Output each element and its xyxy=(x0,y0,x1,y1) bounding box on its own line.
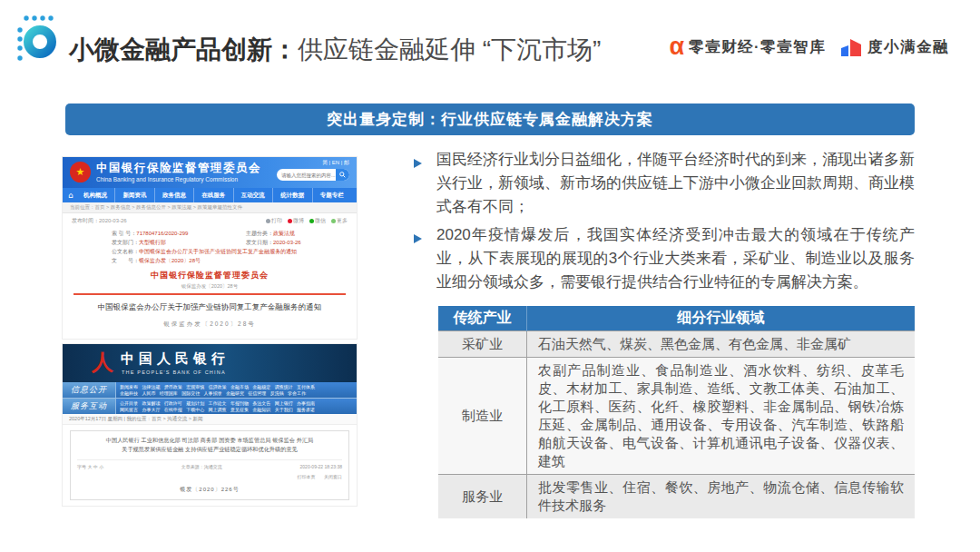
segments-cell: 石油天然气、煤炭、黑色金属、有色金属、非金属矿 xyxy=(527,331,916,358)
bullet-list: 国民经济行业划分日益细化，伴随平台经济时代的到来，涌现出诸多新兴行业，新领域、新… xyxy=(414,148,915,299)
table-row: 服务业 批发零售业、住宿、餐饮、房地产、物流仓储、信息传输软件技术服务 xyxy=(438,475,915,519)
bullet-item: 2020年疫情爆发后，我国实体经济受到冲击最大的领域在于传统产业，从下表展现的展… xyxy=(414,223,915,294)
more-icon xyxy=(331,219,336,223)
industry-cell: 服务业 xyxy=(438,475,527,519)
field-topic: 主题分类：政策法规 xyxy=(246,229,348,238)
print-page-link[interactable]: 打印本页 xyxy=(298,474,316,479)
cbirc-search-box[interactable] xyxy=(277,169,349,181)
arrow-bullet-icon xyxy=(414,223,436,294)
table-header-row: 传统产业 细分行业领域 xyxy=(438,306,915,331)
pboc-org-name-en: THE PEOPLE'S BANK OF CHINA xyxy=(122,370,226,375)
pboc-org-name: 中国人民银行 xyxy=(121,350,230,368)
field-date: 发文日期：2020-03-26 xyxy=(246,238,348,247)
pboc-nav-items[interactable]: 新闻发布 法律法规 货币政策 宏观审慎 信贷政策 金融市场 金融稳定 调查统计 … xyxy=(116,382,357,398)
arrow-bullet-icon xyxy=(414,148,436,219)
field-index-no: 索 引 号：717804716/2020-299 xyxy=(112,229,239,238)
cbirc-screenshot: ★ 中国银行保险监督管理委员会 China Banking and Insura… xyxy=(62,156,358,340)
brand-duxiaoman-label: 度小满金融 xyxy=(867,37,949,57)
article-source: 文章来源：沟通交流 xyxy=(103,464,299,469)
pboc-nav-group-service: 服务互动 公开目录 政策解读 行政许可 规划计划 工作论文 年报刊物 条法文告 … xyxy=(63,398,357,414)
pboc-nav-group-info: 信息公开 新闻发布 法律法规 货币政策 宏观审慎 信贷政策 金融市场 金融稳定 … xyxy=(63,382,357,398)
national-emblem-icon: ★ xyxy=(70,162,91,182)
bullet-text: 国民经济行业划分日益细化，伴随平台经济时代的到来，涌现出诸多新兴行业，新领域、新… xyxy=(436,148,915,219)
brand-duxiaoman: 度小满金融 xyxy=(840,37,949,57)
bullet-item: 国民经济行业划分日益细化，伴随平台经济时代的到来，涌现出诸多新兴行业，新领域、新… xyxy=(414,148,915,219)
pboc-doc-issuers: 中国人民银行 工业和信息化部 司法部 商务部 国资委 市场监管总局 银保监会 外… xyxy=(77,436,342,445)
cbirc-actions: 打印 微博 微信 更多 xyxy=(266,217,348,225)
cbirc-doc-no-small: 银保监办发〔2020〕28号 xyxy=(72,283,348,290)
cbirc-org-name: 中国银行保险监督管理委员会 xyxy=(96,161,261,176)
industry-cell: 采矿业 xyxy=(438,331,527,358)
field-doc-name: 公文名称：中国银保监会办公厅关于加强产业链协同复工复产金融服务的通知 xyxy=(112,247,348,256)
article-time: 2020-09-22 18:23:38 xyxy=(300,464,342,469)
search-icon[interactable] xyxy=(336,169,349,181)
pboc-nav-label[interactable]: 信息公开 xyxy=(63,382,116,398)
cbirc-nav-item[interactable]: 机构概况 xyxy=(76,188,114,202)
industry-cell: 制造业 xyxy=(438,358,527,475)
cbirc-body: 发布时间：2020-03-26 打印 微博 微信 更多 索 引 号：717804… xyxy=(63,213,357,329)
bullet-text: 2020年疫情爆发后，我国实体经济受到冲击最大的领域在于传统产业，从下表展现的展… xyxy=(436,223,915,294)
cbirc-breadcrumb: 当前位置：首页 > 政务信息 > 政务信息公开 > 政策法规 > 政策规章规范性… xyxy=(63,202,357,213)
print-icon xyxy=(266,219,270,223)
cbirc-org-red-title: 中国银行保险监督管理委员会 xyxy=(72,270,348,281)
close-window-link[interactable]: 关闭窗口 xyxy=(324,474,342,479)
pboc-breadcrumb: 2020年12月17日 星期四 | 我的位置：首页 > 沟通交流 > 新闻 xyxy=(63,414,357,425)
cbirc-nav-item[interactable]: 互动交流 xyxy=(233,188,272,202)
pboc-nav-items[interactable]: 公开目录 政策解读 行政许可 规划计划 工作论文 年报刊物 条法文告 网上银行 … xyxy=(116,399,357,414)
weibo-icon xyxy=(288,219,292,223)
pboc-article: 中国人民银行 工业和信息化部 司法部 商务部 国资委 市场监管总局 银保监会 外… xyxy=(70,430,349,500)
pboc-article-meta: 字号 大 中 小 文章来源：沟通交流 2020-09-22 18:23:38 xyxy=(77,459,342,469)
industry-table: 传统产业 细分行业领域 采矿业 石油天然气、煤炭、黑色金属、有色金属、非金属矿 … xyxy=(438,306,915,518)
home-icon[interactable]: ⌂ xyxy=(68,188,74,202)
brand-logos: α 零壹财经·零壹智库 度小满金融 xyxy=(669,36,949,58)
cbirc-doc-title: 中国银保监会办公厅关于加强产业链协同复工复产金融服务的通知 xyxy=(72,302,348,313)
red-divider xyxy=(74,293,346,295)
cbirc-org-name-en: China Banking and Insurance Regulatory C… xyxy=(96,176,238,182)
slide: 小微金融产品创新：供应链金融延伸 “下沉市场” α 零壹财经·零壹智库 度小满金… xyxy=(0,0,980,552)
print-button[interactable]: 打印 xyxy=(266,217,282,225)
pboc-screenshot: 人 中国人民银行 THE PEOPLE'S BANK OF CHINA 信息公开… xyxy=(62,343,358,507)
more-share-button[interactable]: 更多 xyxy=(331,217,348,225)
field-doc-no: 文 号：银保监办发〔2020〕28号 xyxy=(112,256,348,265)
brand-lingyi-label: 零壹财经·零壹智库 xyxy=(689,37,826,57)
lingyi-logo-icon: α xyxy=(669,35,684,57)
cbirc-doc-fields: 索 引 号：717804716/2020-299 主题分类：政策法规 发文部门：… xyxy=(112,229,348,265)
cbirc-search-input[interactable] xyxy=(277,172,336,178)
segments-cell: 农副产品制造业、食品制造业、酒水饮料、纺织、皮革毛皮、木材加工、家具制造、造纸、… xyxy=(527,358,916,475)
weibo-share-button[interactable]: 微博 xyxy=(288,217,304,225)
pboc-doc-title: 关于规范发展供应链金融 支持供应链产业链稳定循环和优化升级的意见 xyxy=(77,445,342,454)
cbirc-nav: ⌂ 机构概况 新闻资讯 政务信息 在线服务 互动交流 统计数据 专题专栏 xyxy=(63,188,357,202)
pboc-header: 人 中国人民银行 THE PEOPLE'S BANK OF CHINA xyxy=(63,344,357,382)
col-header-industry: 传统产业 xyxy=(438,306,527,331)
page-title: 小微金融产品创新：供应链金融延伸 “下沉市场” xyxy=(69,33,601,67)
cbirc-nav-item[interactable]: 政务信息 xyxy=(154,188,193,202)
col-header-segments: 细分行业领域 xyxy=(527,306,916,331)
page-title-bold: 小微金融产品创新： xyxy=(69,35,298,64)
segments-cell: 批发零售业、住宿、餐饮、房地产、物流仓储、信息传输软件技术服务 xyxy=(527,475,916,519)
brand-lingyi: α 零壹财经·零壹智库 xyxy=(669,36,826,58)
table-row: 采矿业 石油天然气、煤炭、黑色金属、有色金属、非金属矿 xyxy=(438,331,915,358)
pboc-article-links: 打印本页 关闭窗口 xyxy=(77,474,342,479)
pboc-nav-label[interactable]: 服务互动 xyxy=(63,399,116,414)
wechat-share-button[interactable]: 微信 xyxy=(309,217,326,225)
page-title-rest: 供应链金融延伸 “下沉市场” xyxy=(298,35,601,64)
cbirc-nav-item[interactable]: 统计数据 xyxy=(272,188,311,202)
cbirc-header: ★ 中国银行保险监督管理委员会 China Banking and Insura… xyxy=(63,157,357,188)
pboc-doc-no: 银发〔2020〕226号 xyxy=(77,486,342,494)
cbirc-doc-no: 银保监办发〔2020〕28号 xyxy=(72,320,348,329)
cbirc-publish-time: 发布时间：2020-03-26 xyxy=(72,217,127,225)
cbirc-nav-item[interactable]: 在线服务 xyxy=(193,188,232,202)
cbirc-nav-item[interactable]: 新闻资讯 xyxy=(114,188,153,202)
font-size-control[interactable]: 字号 大 中 小 xyxy=(77,464,103,469)
section-banner: 突出量身定制：行业供应链专属金融解决方案 xyxy=(65,104,915,135)
pboc-emblem-icon: 人 xyxy=(92,350,113,374)
table-row: 制造业 农副产品制造业、食品制造业、酒水饮料、纺织、皮革毛皮、木材加工、家具制造… xyxy=(438,358,915,475)
cbirc-top-links[interactable]: 简 | EN | 邮 xyxy=(322,159,349,167)
cbirc-nav-item[interactable]: 专题专栏 xyxy=(312,188,351,202)
duxiaoman-logo-icon xyxy=(840,38,863,57)
field-dept: 发文部门：大型银行部 xyxy=(112,238,239,247)
slide-logo-icon xyxy=(15,13,62,67)
wechat-icon xyxy=(309,219,314,223)
